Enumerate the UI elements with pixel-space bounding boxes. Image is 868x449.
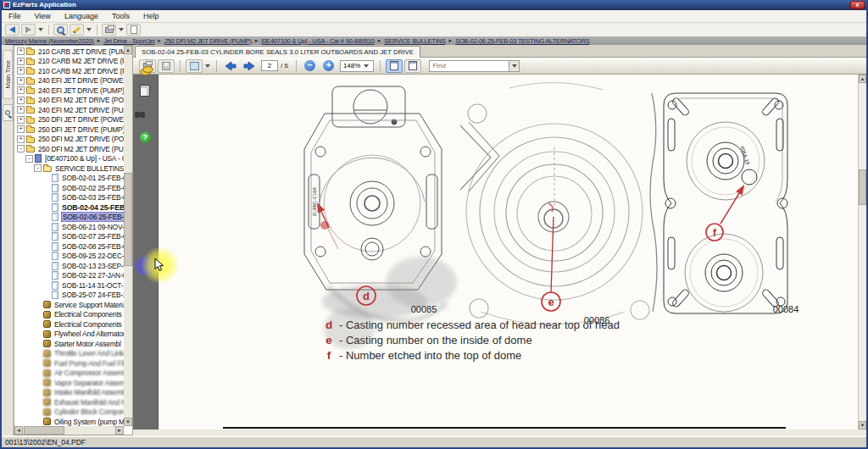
tree-item[interactable]: +210 CARB M2 JET DRIVE (POW <box>14 57 124 67</box>
menu-view[interactable]: View <box>28 11 58 21</box>
tree-hscroll-thumb[interactable] <box>24 426 64 435</box>
tree-item[interactable]: SOB-02-04 25-FEB <box>14 202 124 213</box>
scroll-up-icon[interactable]: ▲ <box>124 46 132 54</box>
tree-item[interactable]: SOB-02-22 27-JAN-0 <box>14 271 124 281</box>
tree-expander[interactable]: + <box>17 97 25 104</box>
tree-item[interactable]: +240 EFI M2 JET DRIVE (PUMP) <box>14 105 124 115</box>
tree-item[interactable]: -250 DFI M2 JET DRIVE (PUMP) <box>14 144 124 154</box>
tree-item[interactable]: Exhaust Manifold And Plate <box>14 397 124 407</box>
tree-item[interactable]: +240 EFI JET DRIVE (POWERHE <box>14 76 124 86</box>
breadcrumb-link[interactable]: SOB-02-06 25-FEB-03 TESTING ALTERNATORS <box>455 37 589 45</box>
tree-item[interactable]: Electrical Components (F <box>14 319 124 330</box>
tree-item[interactable]: +210 CARB JET DRIVE (PUMP) <box>14 47 124 57</box>
tree-item[interactable]: SOB-02-13 23-SEP-0 <box>14 261 124 271</box>
breadcrumb-link[interactable]: Mercury Marine (November2020) <box>5 37 94 45</box>
tab-main-tree[interactable]: Main Tree <box>3 50 13 99</box>
nav-dropdown-caret[interactable] <box>38 28 43 31</box>
tree-expander[interactable]: + <box>17 47 25 55</box>
tree-item[interactable]: Throttle Lever And Linkage <box>14 349 124 359</box>
zoom-level-select[interactable]: 148% <box>340 60 374 72</box>
document-tab[interactable]: SOB-02-04 25-FEB-03 CYLINDER BORE SEALS … <box>135 46 420 58</box>
tree-expander[interactable]: - <box>17 145 25 152</box>
tree-item[interactable]: SOB-25-07 24-FEB-2 <box>14 291 124 301</box>
page-number-input[interactable] <box>261 60 278 71</box>
tree-item[interactable]: +250 DFI M2 JET DRIVE (POWEI <box>14 135 124 145</box>
markup-dropdown-caret[interactable] <box>86 28 92 31</box>
tree-item[interactable]: Electrical Components (C <box>14 310 124 320</box>
menu-tools[interactable]: Tools <box>105 11 136 21</box>
menu-help[interactable]: Help <box>136 11 166 21</box>
find-input[interactable] <box>429 60 509 72</box>
pdf-scroll-down-icon[interactable]: ▼ <box>859 421 866 430</box>
pdf-scroll-thumb[interactable] <box>859 169 866 205</box>
tree-item[interactable]: Air Compressor Assembly <box>14 369 124 379</box>
tree-item[interactable]: Flywheel And Alternator <box>14 330 124 340</box>
tree-item[interactable]: Fuel Pump And Fuel Filter <box>14 358 124 369</box>
tree-item[interactable]: -[0E407100 & Up] - USA - C <box>14 154 124 164</box>
tree-item[interactable]: SOB-02-06 25-FEB-0 <box>14 213 124 223</box>
tree-vscroll-thumb[interactable] <box>124 173 132 266</box>
tree-expander[interactable]: + <box>17 116 25 124</box>
menu-language[interactable]: Language <box>58 11 105 21</box>
tree-item[interactable]: SOB-02-03 25-FEB-0 <box>14 193 124 203</box>
tree-item[interactable]: SOB-02-01 25-FEB-0 <box>14 174 124 184</box>
tree-item[interactable]: SOB-11-14 31-OCT-1 <box>14 280 124 291</box>
breadcrumb-link[interactable]: SERVICE BULLETINS <box>384 37 445 45</box>
tree-item[interactable]: +240 EFI JET DRIVE (PUMP) <box>14 86 124 96</box>
pdf-scroll-up-icon[interactable]: ▲ <box>859 75 866 83</box>
nav-back-button[interactable] <box>5 24 19 36</box>
tree-item[interactable]: Vapor Separator Assembly <box>14 378 124 388</box>
tree-item[interactable]: SOB-02-07 25-FEB-0 <box>14 232 124 242</box>
markup-button[interactable] <box>70 24 84 36</box>
tree-expander[interactable]: - <box>34 164 42 172</box>
print-button[interactable] <box>102 24 116 36</box>
scroll-left-icon[interactable]: ◄ <box>14 426 23 435</box>
tree-vertical-scrollbar[interactable]: ▲ ▼ <box>124 46 132 426</box>
tree-item[interactable]: Intake Manifold Assembly <box>14 388 124 398</box>
zoom-in-button[interactable]: + <box>320 59 337 73</box>
tree-item[interactable]: Starter Motor Assembl <box>14 339 124 349</box>
print-dropdown-caret[interactable] <box>119 28 124 31</box>
find-dropdown-button[interactable] <box>509 60 520 72</box>
pdf-save-button[interactable] <box>158 59 175 73</box>
tree-item[interactable]: +240 EFI M2 JET DRIVE (POWER <box>14 96 124 106</box>
tree-item[interactable]: Cylinder Block Components <box>14 407 124 418</box>
tree-expander[interactable]: - <box>25 155 33 163</box>
pdf-next-page-button[interactable] <box>241 59 258 73</box>
lookup-button[interactable] <box>53 24 68 36</box>
menu-file[interactable]: File <box>2 11 28 21</box>
scroll-down-icon[interactable]: ▼ <box>124 418 132 426</box>
tree-expander[interactable]: + <box>17 136 25 143</box>
tree-item[interactable]: +250 DFI JET DRIVE (POWERHE <box>14 115 124 125</box>
scroll-right-icon[interactable]: ► <box>115 426 124 435</box>
breadcrumb-link[interactable]: 250 DFI M2 JET DRIVE (PUMP) <box>164 37 252 45</box>
tree-expander[interactable]: + <box>17 58 25 65</box>
nav-forward-button[interactable] <box>21 24 36 36</box>
tree-expander[interactable]: + <box>17 86 25 94</box>
breadcrumb-link[interactable]: Jet Drive - SportJet <box>103 37 154 45</box>
pdf-scrollbar[interactable]: ▲ ▼ <box>858 75 866 430</box>
tree-item[interactable]: Service Support Material <box>14 300 124 310</box>
pdf-export-caret[interactable] <box>205 64 210 68</box>
notes-button[interactable] <box>126 24 141 36</box>
tree-expander[interactable]: + <box>17 67 25 75</box>
fit-page-button[interactable] <box>404 59 421 73</box>
zoom-out-button[interactable]: − <box>302 59 319 73</box>
help-icon[interactable]: ? <box>140 132 151 143</box>
tree-item[interactable]: Oiling System (pump M <box>14 417 124 426</box>
tree-item[interactable]: +210 CARB M2 JET DRIVE (PUM <box>14 66 124 76</box>
tab-search[interactable] <box>3 104 13 121</box>
tree-item[interactable]: +250 DFI JET DRIVE (PUMP) <box>14 125 124 135</box>
tree-expander[interactable]: + <box>17 125 25 133</box>
tree-horizontal-scrollbar[interactable]: ◄ ► <box>14 426 124 435</box>
pdf-export-button[interactable] <box>186 59 203 73</box>
close-button[interactable]: x <box>850 1 865 9</box>
tree-item[interactable]: SOB-02-02 25-FEB-0 <box>14 183 124 193</box>
pdf-prev-page-button[interactable] <box>222 59 239 73</box>
tree-expander[interactable]: + <box>17 77 25 85</box>
fit-width-button[interactable] <box>386 59 403 73</box>
tree-item[interactable]: -SERVICE BULLETINS <box>14 164 124 174</box>
pages-icon[interactable] <box>140 85 150 97</box>
tree-item[interactable]: SOB-02-08 25-FEB-0 <box>14 241 124 252</box>
tree-expander[interactable]: + <box>17 106 25 114</box>
